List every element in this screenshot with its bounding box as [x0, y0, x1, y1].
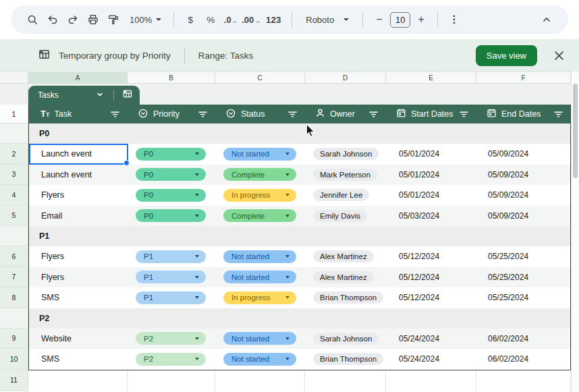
owner-cell[interactable]: Brian Thompson	[306, 349, 387, 370]
start-date-cell[interactable]: 05/01/2024	[387, 185, 477, 206]
status-cell[interactable]: Not started	[216, 144, 306, 165]
filter-icon[interactable]	[198, 109, 208, 119]
priority-cell[interactable]: P1	[128, 246, 216, 267]
status-cell[interactable]: Not started	[216, 246, 306, 267]
start-date-cell[interactable]: 05/12/2024	[387, 267, 477, 288]
priority-dropdown[interactable]: P0	[136, 209, 206, 222]
row-number[interactable]: 9	[0, 329, 28, 349]
priority-dropdown[interactable]: P1	[136, 250, 206, 263]
filter-icon[interactable]	[110, 109, 120, 119]
percent-format-button[interactable]: %	[201, 10, 220, 29]
column-header-owner[interactable]: Owner	[306, 105, 387, 123]
column-letter-F[interactable]: F	[476, 72, 571, 84]
priority-cell[interactable]: P0	[128, 144, 216, 165]
priority-cell[interactable]: P0	[128, 206, 216, 227]
group-header-row-p1[interactable]: P1	[29, 226, 570, 246]
column-letter-C[interactable]: C	[215, 72, 305, 84]
start-date-cell[interactable]: 05/03/2024	[387, 206, 477, 227]
task-cell[interactable]: SMS	[29, 349, 128, 370]
owner-cell[interactable]: Mark Peterson	[306, 165, 387, 186]
status-cell[interactable]: Complete	[216, 165, 306, 186]
column-header-priority[interactable]: Priority	[128, 105, 216, 123]
priority-cell[interactable]: P2	[128, 329, 216, 349]
decrease-decimal-button[interactable]: .0←	[221, 10, 240, 29]
status-dropdown[interactable]: Not started	[223, 353, 296, 366]
close-icon[interactable]	[549, 46, 568, 65]
search-icon[interactable]	[23, 10, 42, 29]
row-number[interactable]: 2	[0, 144, 28, 165]
priority-dropdown[interactable]: P0	[136, 168, 206, 181]
row-number[interactable]: 5	[0, 206, 28, 227]
row-number[interactable]: 11	[0, 370, 28, 391]
owner-cell[interactable]: Brian Thompson	[306, 287, 387, 308]
filter-icon[interactable]	[459, 109, 469, 119]
scrollbar-thumb[interactable]	[573, 84, 578, 178]
chevron-down-icon[interactable]	[96, 89, 104, 101]
status-cell[interactable]: Not started	[216, 349, 306, 370]
status-dropdown[interactable]: Not started	[223, 250, 296, 263]
priority-dropdown[interactable]: P1	[136, 291, 206, 304]
redo-icon[interactable]	[63, 10, 82, 29]
task-cell[interactable]: SMS	[29, 287, 128, 308]
priority-cell[interactable]: P0	[128, 185, 216, 206]
status-dropdown[interactable]: Not started	[223, 332, 296, 345]
priority-cell[interactable]: P1	[128, 267, 216, 288]
collapse-toolbar-icon[interactable]	[537, 10, 556, 29]
column-header-start-dates[interactable]: Start Dates	[387, 105, 477, 123]
end-date-cell[interactable]: 05/09/2024	[477, 185, 571, 206]
start-date-cell[interactable]: 05/24/2024	[387, 329, 477, 349]
owner-cell[interactable]: Sarah Johnson	[306, 329, 387, 349]
font-size-input[interactable]: 10	[390, 12, 410, 28]
font-dropdown[interactable]: Roboto	[299, 15, 356, 25]
filter-icon[interactable]	[553, 109, 563, 119]
number-format-button[interactable]: 123	[262, 10, 285, 29]
zoom-dropdown[interactable]: 100%	[124, 15, 167, 25]
row-number[interactable]: 3	[0, 165, 28, 186]
status-dropdown[interactable]: Not started	[223, 271, 296, 283]
column-letter-D[interactable]: D	[305, 72, 386, 84]
decrease-font-size-button[interactable]: −	[370, 10, 389, 29]
column-letter-E[interactable]: E	[386, 72, 476, 84]
priority-cell[interactable]: P1	[128, 287, 216, 308]
end-date-cell[interactable]: 06/02/2024	[477, 349, 571, 370]
status-dropdown[interactable]: Complete	[223, 168, 296, 181]
empty-row[interactable]	[28, 370, 571, 392]
priority-cell[interactable]: P2	[128, 349, 216, 370]
task-cell[interactable]: Flyers	[29, 246, 128, 267]
status-cell[interactable]: Not started	[216, 329, 306, 349]
end-date-cell[interactable]: 05/25/2024	[477, 246, 571, 267]
status-cell[interactable]: In progress	[216, 287, 306, 308]
increase-decimal-button[interactable]: .00→	[242, 10, 260, 29]
task-cell[interactable]: Email	[29, 206, 128, 227]
column-header-task[interactable]: TT Task	[29, 105, 128, 123]
row-number[interactable]: 10	[0, 349, 28, 370]
filter-icon[interactable]	[287, 109, 298, 119]
group-header-row-p2[interactable]: P2	[29, 308, 570, 329]
column-letter-A[interactable]: A	[28, 72, 128, 84]
priority-cell[interactable]: P0	[128, 165, 216, 186]
row-number[interactable]: 8	[0, 287, 28, 308]
end-date-cell[interactable]: 05/25/2024	[477, 267, 571, 288]
priority-dropdown[interactable]: P2	[136, 332, 206, 345]
status-dropdown[interactable]: Complete	[223, 209, 296, 222]
owner-cell[interactable]: Emily Davis	[306, 206, 387, 227]
end-date-cell[interactable]: 05/25/2024	[477, 287, 571, 308]
task-cell[interactable]: Flyers	[29, 267, 128, 288]
start-date-cell[interactable]: 05/12/2024	[387, 246, 477, 267]
filter-icon[interactable]	[368, 109, 379, 119]
end-date-cell[interactable]: 05/09/2024	[477, 206, 571, 227]
row-number[interactable]: 1	[0, 105, 28, 123]
status-cell[interactable]: Not started	[216, 267, 306, 288]
status-dropdown[interactable]: In progress	[223, 189, 296, 202]
start-date-cell[interactable]: 05/12/2024	[387, 287, 477, 308]
row-number[interactable]: 6	[0, 246, 28, 267]
owner-cell[interactable]: Alex Martinez	[306, 246, 387, 267]
table-tab-tasks[interactable]: Tasks	[28, 86, 140, 105]
vertical-scrollbar[interactable]	[571, 72, 579, 392]
paint-format-icon[interactable]	[104, 10, 123, 29]
undo-icon[interactable]	[43, 10, 62, 29]
column-letter-B[interactable]: B	[128, 72, 215, 84]
increase-font-size-button[interactable]: +	[412, 10, 431, 29]
status-dropdown[interactable]: Not started	[223, 148, 296, 161]
task-cell[interactable]: Launch event	[29, 165, 128, 186]
